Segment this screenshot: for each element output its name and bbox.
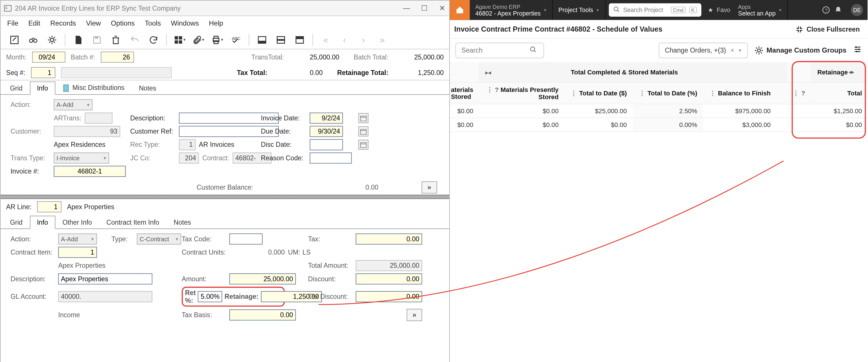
menu-records[interactable]: Records [50,20,76,27]
panel-top-icon[interactable] [293,34,306,46]
maximize-button[interactable]: ☐ [421,4,428,12]
calendar-icon[interactable] [359,140,369,150]
edit-icon[interactable] [8,34,20,46]
totalamount-input[interactable] [355,260,422,271]
expand-arrow-button[interactable]: » [422,181,437,193]
expand-arrow-button[interactable]: » [407,309,422,321]
col-menu-icon[interactable]: ⋮ [639,90,646,96]
batch-input[interactable] [101,51,134,63]
tab-notes-bot[interactable]: Notes [166,216,198,228]
clear-icon[interactable]: × [731,47,735,54]
help-icon[interactable]: ? [495,86,499,93]
arline-input[interactable] [37,201,61,213]
menu-tools[interactable]: Tools [145,20,161,27]
discount-input[interactable] [355,273,422,284]
duedate-input[interactable] [310,126,343,137]
sliders-icon[interactable] [853,45,862,56]
nav-prev-icon[interactable]: ‹ [338,34,350,46]
save-icon[interactable] [91,34,103,46]
menu-options[interactable]: Options [111,20,135,27]
filter-change-orders[interactable]: Change Orders, +(3) × ▾ [659,43,748,58]
bell-icon[interactable] [834,6,842,14]
new-icon[interactable] [72,34,84,46]
gear-icon[interactable] [46,34,58,46]
invoiceno-input[interactable] [54,166,126,177]
help-icon[interactable]: ? [822,6,830,14]
line-action-select[interactable]: A-Add▾ [58,233,97,245]
help-icon[interactable]: ? [801,90,805,96]
menu-file[interactable]: File [7,20,19,27]
collapse-icon[interactable]: ▸◂ [485,69,491,75]
transtype-select[interactable]: I-Invoice▾ [54,152,109,164]
grid-icon[interactable]: ▾ [174,34,185,46]
attach-icon[interactable]: ▾ [192,34,205,46]
line-description-input[interactable] [58,273,152,284]
retpct-input[interactable] [198,291,222,302]
home-icon[interactable] [450,0,470,20]
tax-input[interactable] [355,233,422,245]
artrans-input[interactable] [85,113,113,124]
col-menu-icon[interactable]: ⋮ [793,90,799,96]
project-tools[interactable]: Project Tools ▾ [553,0,606,20]
spellcheck-icon[interactable]: ABC [230,34,242,46]
col-menu-icon[interactable]: ⋮ [487,86,493,93]
apps-selector[interactable]: AppsSelect an App ▾ [733,0,788,20]
nav-next-icon[interactable]: › [358,34,369,46]
expand-icon[interactable]: ◂▸ [849,69,854,75]
tab-notes-top[interactable]: Notes [132,82,164,94]
close-fullscreen-button[interactable]: Close Fullscreen [795,25,860,33]
col-menu-icon[interactable]: ⋮ [710,90,716,96]
undo-icon[interactable] [129,34,141,46]
invoicedate-input[interactable] [310,113,343,124]
tab-info-top[interactable]: Info [30,82,55,95]
binoculars-icon[interactable] [27,34,39,46]
user-avatar[interactable]: DE [851,4,863,16]
jcco-input[interactable] [179,152,198,164]
rectype-no-input[interactable] [179,139,195,150]
customer-input[interactable] [54,126,120,137]
search-project[interactable]: Cmd K [609,3,701,17]
seq-input[interactable] [31,67,55,78]
panel-bottom-icon[interactable] [256,34,268,46]
contractitem-input[interactable] [58,247,97,258]
tab-grid-top[interactable]: Grid [3,82,30,94]
taxcode-input[interactable] [229,233,262,245]
star-icon[interactable]: ★ [707,6,714,14]
menu-view[interactable]: View [86,20,101,27]
close-button[interactable]: ✕ [438,4,446,12]
splitter[interactable] [1,195,449,199]
taxbasis-input[interactable] [229,309,296,321]
project-selector[interactable]: Agave Demo ERP46802 - Apex Properties ▾ [470,0,553,20]
amount-input[interactable] [229,273,296,284]
tab-grid-bot[interactable]: Grid [3,216,30,228]
seq-desc-input[interactable] [61,67,172,78]
tab-info-bot[interactable]: Info [30,216,55,229]
menu-help[interactable]: Help [209,20,223,27]
calendar-icon[interactable] [359,127,369,137]
action-select[interactable]: A-Add▾ [54,99,92,110]
tab-contractitem[interactable]: Contract Item Info [99,216,166,228]
tab-misc[interactable]: Misc Distributions [55,81,131,94]
discdate-input[interactable] [310,139,343,150]
nav-first-icon[interactable]: « [320,34,332,46]
refresh-icon[interactable] [147,34,159,46]
taxdiscount-input[interactable] [355,291,422,302]
nav-last-icon[interactable]: » [376,34,388,46]
glaccount-input[interactable] [58,291,152,302]
minimize-button[interactable]: — [403,4,410,12]
calendar-icon[interactable] [359,113,369,123]
manage-groups-button[interactable]: Manage Custom Groups [754,46,846,55]
month-input[interactable] [32,51,65,63]
trash-icon[interactable] [110,34,122,46]
menu-edit[interactable]: Edit [28,20,40,27]
col-menu-icon[interactable]: ⋮ [570,90,577,96]
menu-windows[interactable]: Windows [171,20,199,27]
search-input[interactable] [462,47,525,54]
search-pill[interactable] [455,43,544,58]
panel-mid-icon[interactable] [275,34,287,46]
tab-other[interactable]: Other Info [55,216,99,228]
search-project-input[interactable] [623,7,668,13]
print-icon[interactable]: ▾ [211,34,223,46]
line-type-select[interactable]: C-Contract▾ [137,233,181,245]
reason-input[interactable] [310,152,352,164]
